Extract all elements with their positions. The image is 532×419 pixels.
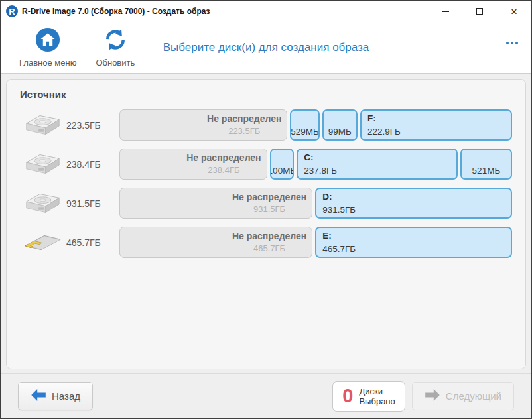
next-button-label: Следующий [446,390,501,402]
partition-D[interactable]: D: 931.5ГБ [315,188,512,219]
maximize-icon [476,8,483,15]
unallocated-region[interactable]: Не распределен 238.4ГБ [119,149,267,180]
unallocated-label: Не распределен [207,113,281,124]
maximize-button[interactable] [462,1,497,22]
disks-selected-counter: 0 Диски Выбрано [332,381,405,412]
unallocated-region[interactable]: Не распределен 931.5ГБ [119,188,312,219]
disk-row-3: 931.5ГБ Не распределен 931.5ГБ D: 931.5Г… [19,188,513,219]
main-menu-label: Главное меню [19,58,76,68]
main-area: Источник 223.5ГБ [1,74,531,373]
partition-track: Не распределен 238.4ГБ 100МБ C: 237.8ГБ [119,149,512,180]
back-button[interactable]: Назад [18,382,93,410]
partition-F[interactable]: F: 222.9ГБ [360,109,512,141]
home-icon [35,27,60,55]
hard-drive-icon[interactable] [19,150,66,179]
unallocated-label: Не распределен [232,231,306,241]
more-options-button[interactable] [505,38,519,48]
selected-label-line2: Выбрано [359,396,395,406]
partition-E[interactable]: E: 465.7ГБ [315,227,512,258]
window-controls: × [428,1,531,22]
arrow-right-icon [425,389,440,403]
partition-track: Не распределен 223.5ГБ 529МБ 99МБ F: [119,109,512,141]
disk-size-label: 238.4ГБ [66,159,119,170]
app-logo-icon: R [6,5,18,17]
close-button[interactable]: × [497,1,531,22]
partition-529mb[interactable]: 529МБ [290,109,319,141]
disk-row-2: 238.4ГБ Не распределен 238.4ГБ 100МБ C: [19,149,513,180]
arrow-left-icon [31,389,46,403]
partition-521mb[interactable]: 521МБ [460,149,512,180]
partition-track: Не распределен 931.5ГБ D: 931.5ГБ [119,188,512,219]
source-panel: Источник 223.5ГБ [6,79,526,369]
hard-drive-icon[interactable] [19,111,66,140]
selected-count: 0 [342,387,353,406]
source-heading: Источник [20,89,513,100]
unallocated-size: 238.4ГБ [186,165,261,175]
partition-C[interactable]: C: 237.8ГБ [297,149,458,180]
refresh-icon [103,27,127,55]
selected-label-line1: Диски [359,387,395,396]
disk-size-label: 465.7ГБ [66,237,119,248]
app-window: R R-Drive Image 7.0 (Сборка 7000) - Созд… [0,0,532,419]
unallocated-size: 465.7ГБ [232,243,306,253]
next-button[interactable]: Следующий [412,382,514,410]
disk-row-4: 465.7ГБ Не распределен 465.7ГБ E: 465.7Г… [19,227,513,258]
disk-size-label: 223.5ГБ [66,120,119,131]
back-button-label: Назад [52,390,80,402]
refresh-label: Обновить [96,58,135,68]
disk-size-label: 931.5ГБ [66,198,119,209]
main-menu-button[interactable]: Главное меню [10,25,86,70]
unallocated-size: 931.5ГБ [232,204,306,214]
footer-bar: Назад 0 Диски Выбрано Следующий [1,373,531,418]
title-bar: R R-Drive Image 7.0 (Сборка 7000) - Созд… [1,1,531,22]
unallocated-region[interactable]: Не распределен 465.7ГБ [119,227,312,258]
partition-100mb[interactable]: 100МБ [270,149,295,180]
ssd-icon[interactable] [19,228,66,257]
disk-row-1: 223.5ГБ Не распределен 223.5ГБ 529МБ [19,109,513,141]
unallocated-size: 223.5ГБ [207,126,281,136]
window-title: R-Drive Image 7.0 (Сборка 7000) - Создат… [22,7,428,16]
minimize-button[interactable] [428,1,462,22]
unallocated-label: Не распределен [232,192,306,202]
close-icon: × [511,6,517,17]
partition-track: Не распределен 465.7ГБ E: 465.7ГБ [119,227,512,258]
minimize-icon [442,11,449,12]
toolbar: Главное меню Обновить Выберите диск(и) д… [1,22,531,74]
refresh-button[interactable]: Обновить [86,25,144,70]
partition-99mb[interactable]: 99МБ [322,109,358,141]
ellipsis-icon [506,42,509,44]
unallocated-region[interactable]: Не распределен 223.5ГБ [119,109,287,141]
unallocated-label: Не распределен [186,152,261,163]
hard-drive-icon[interactable] [19,189,66,218]
